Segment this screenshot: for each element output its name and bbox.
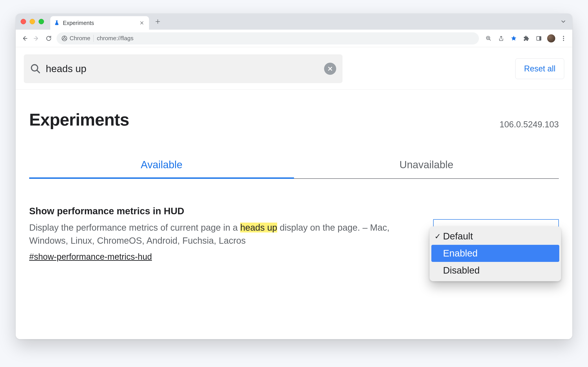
site-chip-label: Chrome — [70, 35, 90, 42]
flags-tabs: Available Unavailable — [29, 158, 559, 179]
dropdown-option-default[interactable]: ✓ Default — [431, 228, 559, 245]
sidepanel-icon[interactable] — [535, 34, 543, 43]
close-icon[interactable] — [140, 21, 144, 25]
check-icon: ✓ — [435, 232, 441, 241]
search-highlight: heads up — [240, 223, 277, 233]
svg-point-7 — [563, 40, 564, 41]
window-controls — [21, 19, 44, 24]
kebab-menu-icon[interactable] — [559, 34, 568, 43]
browser-tab[interactable]: Experiments — [50, 16, 149, 30]
tab-title: Experiments — [63, 20, 140, 26]
flags-search-input[interactable] — [46, 63, 319, 74]
address-bar[interactable]: Chrome chrome://flags — [56, 32, 479, 44]
flag-anchor-link[interactable]: #show-performance-metrics-hud — [29, 252, 152, 262]
chevron-down-icon[interactable] — [560, 18, 569, 25]
flag-desc-before: Display the performance metrics of curre… — [29, 223, 240, 233]
svg-point-1 — [64, 37, 65, 39]
svg-rect-4 — [539, 36, 541, 40]
flag-select-wrapper: ✓ Default Enabled Disabled — [433, 206, 559, 235]
search-row: Reset all — [16, 47, 572, 90]
toolbar-actions — [484, 34, 568, 43]
chrome-version: 106.0.5249.103 — [499, 120, 559, 129]
flags-search-box[interactable] — [24, 54, 342, 83]
zoom-icon[interactable] — [484, 34, 493, 43]
window-minimize-button[interactable] — [30, 19, 35, 24]
search-icon — [30, 63, 41, 74]
flag-row: Show performance metrics in HUD Display … — [29, 206, 559, 262]
close-icon — [327, 66, 333, 72]
flag-select-dropdown: ✓ Default Enabled Disabled — [430, 226, 561, 281]
window-close-button[interactable] — [21, 19, 26, 24]
url-text: chrome://flags — [97, 35, 133, 42]
share-icon[interactable] — [497, 34, 505, 43]
svg-point-5 — [563, 36, 564, 37]
reset-all-button[interactable]: Reset all — [515, 58, 564, 79]
dropdown-option-label: Default — [443, 231, 473, 242]
flag-description: Display the performance metrics of curre… — [29, 221, 420, 247]
tab-unavailable[interactable]: Unavailable — [294, 158, 559, 178]
extensions-icon[interactable] — [522, 34, 531, 43]
page-header: Experiments 106.0.5249.103 — [29, 90, 559, 129]
window-maximize-button[interactable] — [39, 19, 44, 24]
reload-button[interactable] — [44, 34, 53, 43]
flask-icon — [54, 20, 59, 25]
browser-toolbar: Chrome chrome://flags — [16, 30, 572, 47]
svg-point-6 — [563, 38, 564, 39]
clear-search-button[interactable] — [324, 63, 336, 75]
dropdown-option-disabled[interactable]: Disabled — [431, 262, 559, 279]
browser-window: Experiments Chrome chrome://fl — [16, 14, 572, 339]
chrome-icon — [62, 35, 67, 41]
new-tab-button[interactable] — [153, 18, 162, 25]
profile-avatar[interactable] — [547, 34, 555, 42]
dropdown-option-enabled[interactable]: Enabled — [431, 245, 559, 262]
dropdown-option-label: Disabled — [443, 265, 480, 275]
tab-available[interactable]: Available — [29, 158, 294, 178]
back-button[interactable] — [20, 34, 29, 43]
dropdown-option-label: Enabled — [443, 248, 478, 259]
flag-body: Show performance metrics in HUD Display … — [29, 206, 420, 262]
forward-button[interactable] — [32, 34, 41, 43]
site-chip: Chrome — [62, 35, 94, 42]
flags-page: Reset all Experiments 106.0.5249.103 Ava… — [16, 47, 572, 339]
page-title: Experiments — [29, 110, 129, 129]
bookmark-star-icon[interactable] — [509, 34, 518, 43]
flag-title: Show performance metrics in HUD — [29, 206, 420, 217]
tab-strip: Experiments — [16, 14, 572, 30]
